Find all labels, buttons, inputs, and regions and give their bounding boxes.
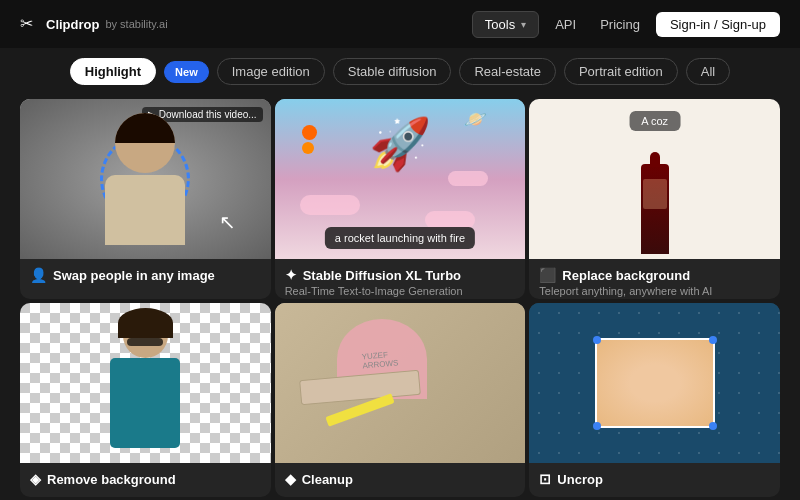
brand-sub: by stability.ai xyxy=(105,18,167,30)
cards-grid: ↖ ▶ Download this video... 👤 Swap people… xyxy=(0,95,800,500)
decoration-balls xyxy=(300,123,319,156)
logo-area: ✂ Clipdrop by stability.ai xyxy=(20,14,168,34)
card-stable-diffusion[interactable]: 🚀 🪐 a rocket launching with fire ✦ Stabl… xyxy=(275,99,526,299)
swap-icon: 👤 xyxy=(30,267,47,283)
card-uncrop-title: ⊡ Uncrop xyxy=(539,471,770,487)
header: ✂ Clipdrop by stability.ai Tools ▾ API P… xyxy=(0,0,800,48)
card-replace-background[interactable]: A coz ⬛ Replace background Teleport anyt… xyxy=(529,99,780,299)
replace-bg-icon: ⬛ xyxy=(539,267,556,283)
cursor-icon: ↖ xyxy=(219,210,236,234)
cleanup-icon: ◆ xyxy=(285,471,296,487)
signin-button[interactable]: Sign-in / Sign-up xyxy=(656,12,780,37)
corner-handle-tl xyxy=(593,336,601,344)
card-replace-background-title: ⬛ Replace background xyxy=(539,267,770,283)
filter-all[interactable]: All xyxy=(686,58,730,85)
card-cleanup-image: YUZEFARROWS xyxy=(275,303,526,463)
corner-handle-bl xyxy=(593,422,601,430)
card-swap-people-image: ↖ ▶ Download this video... xyxy=(20,99,271,259)
filter-stable-diffusion[interactable]: Stable diffusion xyxy=(333,58,452,85)
cloud-decoration xyxy=(300,195,360,215)
tools-menu-button[interactable]: Tools ▾ xyxy=(472,11,539,38)
uncrop-icon: ⊡ xyxy=(539,471,551,487)
card-stable-diffusion-title: ✦ Stable Diffusion XL Turbo xyxy=(285,267,516,283)
card-cleanup[interactable]: YUZEFARROWS ◆ Cleanup xyxy=(275,303,526,497)
search-overlay: A coz xyxy=(629,111,680,131)
api-link[interactable]: API xyxy=(547,12,584,37)
clipdrop-icon: ✂ xyxy=(20,14,40,34)
card-cleanup-title: ◆ Cleanup xyxy=(285,471,516,487)
filter-highlight[interactable]: Highlight xyxy=(70,58,156,85)
card-stable-diffusion-image: 🚀 🪐 a rocket launching with fire xyxy=(275,99,526,259)
rocket-icon: 🚀 xyxy=(369,115,431,173)
card-remove-background-title: ◈ Remove background xyxy=(30,471,261,487)
person-cutout xyxy=(95,313,195,463)
filter-image-edition[interactable]: Image edition xyxy=(217,58,325,85)
chevron-down-icon: ▾ xyxy=(521,19,526,30)
card-remove-background-footer: ◈ Remove background xyxy=(20,463,271,497)
card-replace-background-desc: Teleport anything, anywhere with AI xyxy=(539,285,770,297)
filter-new[interactable]: New xyxy=(164,61,209,83)
card-stable-diffusion-footer: ✦ Stable Diffusion XL Turbo Real-Time Te… xyxy=(275,259,526,299)
filter-real-estate[interactable]: Real-estate xyxy=(459,58,555,85)
card-uncrop[interactable]: ⊡ Uncrop xyxy=(529,303,780,497)
filter-portrait-edition[interactable]: Portrait edition xyxy=(564,58,678,85)
card-remove-background[interactable]: ◈ Remove background xyxy=(20,303,271,497)
card-replace-background-footer: ⬛ Replace background Teleport anything, … xyxy=(529,259,780,299)
remove-bg-icon: ◈ xyxy=(30,471,41,487)
card-swap-people-footer: 👤 Swap people in any image xyxy=(20,259,271,293)
cloud-decoration xyxy=(448,171,488,186)
card-uncrop-image xyxy=(529,303,780,463)
card-swap-people[interactable]: ↖ ▶ Download this video... 👤 Swap people… xyxy=(20,99,271,299)
uncrop-photo-frame xyxy=(595,338,715,428)
header-nav: Tools ▾ API Pricing Sign-in / Sign-up xyxy=(472,11,780,38)
card-swap-people-title: 👤 Swap people in any image xyxy=(30,267,261,283)
card-cleanup-footer: ◆ Cleanup xyxy=(275,463,526,497)
sparkle-icon: ✦ xyxy=(285,267,297,283)
card-uncrop-footer: ⊡ Uncrop xyxy=(529,463,780,497)
pricing-link[interactable]: Pricing xyxy=(592,12,648,37)
corner-handle-tr xyxy=(709,336,717,344)
filter-bar: Highlight New Image edition Stable diffu… xyxy=(0,48,800,95)
corner-handle-br xyxy=(709,422,717,430)
brand-name: Clipdrop xyxy=(46,17,99,32)
card-remove-background-image xyxy=(20,303,271,463)
card-stable-diffusion-desc: Real-Time Text-to-Image Generation xyxy=(285,285,516,297)
planet-icon: 🪐 xyxy=(463,107,488,131)
prompt-text: a rocket launching with fire xyxy=(325,227,475,249)
card-replace-background-image: A coz xyxy=(529,99,780,259)
